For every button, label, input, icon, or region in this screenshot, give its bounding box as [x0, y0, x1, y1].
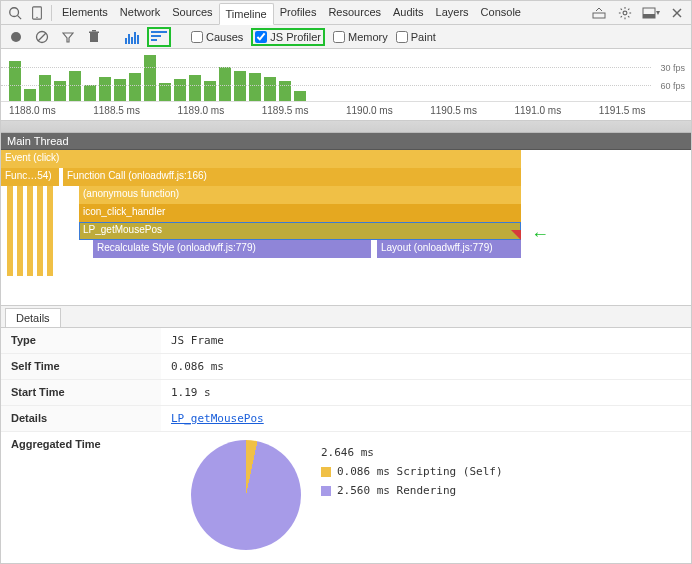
detail-label: Aggregated Time [1, 432, 161, 558]
flame-func54[interactable]: Func…54) [1, 168, 59, 186]
svg-rect-25 [151, 31, 167, 33]
overview-scrubber[interactable] [1, 121, 691, 133]
tab-network[interactable]: Network [114, 2, 166, 24]
causes-label: Causes [206, 31, 243, 43]
pie-legend: 2.646 ms 0.086 ms Scripting (Self) 2.560… [321, 440, 503, 503]
svg-rect-27 [151, 39, 157, 41]
warning-triangle-icon [511, 230, 521, 240]
filter-icon[interactable] [59, 28, 77, 46]
detail-row-type: Type JS Frame [1, 328, 691, 354]
flame-chart[interactable]: Event (click) Func…54) Function Call (on… [1, 150, 691, 306]
aggregated-time-chart: 2.646 ms 0.086 ms Scripting (Self) 2.560… [161, 432, 513, 558]
svg-line-10 [621, 8, 622, 9]
legend-rendering-value: 2.560 ms Rendering [337, 484, 456, 497]
detail-value: 0.086 ms [161, 354, 234, 379]
device-icon[interactable] [27, 3, 47, 23]
memory-checkbox[interactable]: Memory [333, 31, 388, 43]
tick: 1189.0 ms [178, 105, 262, 116]
tick: 1191.5 ms [599, 105, 683, 116]
causes-checkbox[interactable]: Causes [191, 31, 243, 43]
legend-scripting-value: 0.086 ms Scripting (Self) [337, 465, 503, 478]
gear-icon[interactable] [615, 3, 635, 23]
paint-label: Paint [411, 31, 436, 43]
trash-icon[interactable] [85, 28, 103, 46]
detail-label: Start Time [1, 380, 161, 405]
detail-value: 1.19 s [161, 380, 221, 405]
details-tabs: Details [1, 306, 691, 328]
svg-line-13 [628, 8, 629, 9]
detail-row-starttime: Start Time 1.19 s [1, 380, 691, 406]
svg-line-11 [628, 16, 629, 17]
detail-row-aggregated: Aggregated Time 2.646 ms 0.086 ms Script… [1, 432, 691, 558]
svg-point-3 [36, 16, 37, 17]
thread-header: Main Thread [1, 133, 691, 150]
svg-rect-23 [89, 32, 99, 34]
flame-iconhandler[interactable]: icon_click_handler [79, 204, 521, 222]
svg-rect-4 [593, 13, 605, 18]
tick: 1190.0 ms [346, 105, 430, 116]
svg-rect-26 [151, 35, 161, 37]
svg-rect-24 [92, 30, 96, 32]
tab-details[interactable]: Details [5, 308, 61, 327]
record-icon[interactable] [7, 28, 25, 46]
drawer-icon[interactable] [589, 3, 609, 23]
svg-point-5 [623, 11, 627, 15]
flame-layout[interactable]: Layout (onloadwff.js:779) [377, 240, 521, 258]
annotation-arrow-icon: ← [531, 224, 549, 245]
flame-funccall[interactable]: Function Call (onloadwff.js:166) [63, 168, 521, 186]
detail-row-selftime: Self Time 0.086 ms [1, 354, 691, 380]
details-body: Type JS Frame Self Time 0.086 ms Start T… [1, 328, 691, 558]
svg-line-12 [621, 16, 622, 17]
flame-anon[interactable]: (anonymous function) [79, 186, 521, 204]
close-icon[interactable] [667, 3, 687, 23]
tick: 1188.5 ms [93, 105, 177, 116]
svg-line-1 [18, 15, 22, 19]
legend-rendering: 2.560 ms Rendering [321, 484, 503, 497]
memory-label: Memory [348, 31, 388, 43]
svg-line-20 [38, 33, 46, 41]
devtools-toolbar: Elements Network Sources Timeline Profil… [1, 1, 691, 25]
detail-value: JS Frame [161, 328, 234, 353]
tab-sources[interactable]: Sources [166, 2, 218, 24]
flamechart-mode-icon[interactable] [147, 27, 171, 47]
flame-recalcstyle[interactable]: Recalculate Style (onloadwff.js:779) [93, 240, 371, 258]
svg-rect-15 [643, 14, 655, 18]
svg-point-0 [10, 7, 19, 16]
svg-point-18 [11, 32, 21, 42]
tab-layers[interactable]: Layers [430, 2, 475, 24]
dock-icon[interactable]: ▾ [641, 3, 661, 23]
tab-audits[interactable]: Audits [387, 2, 430, 24]
flame-event[interactable]: Event (click) [1, 150, 521, 168]
framesview-icon[interactable] [125, 30, 139, 44]
detail-label: Self Time [1, 354, 161, 379]
flame-lpgetmousepos[interactable]: LP_getMousePos [79, 222, 521, 240]
fps-60-label: 60 fps [660, 81, 685, 91]
detail-label: Details [1, 406, 161, 431]
tab-console[interactable]: Console [475, 2, 527, 24]
tab-profiles[interactable]: Profiles [274, 2, 323, 24]
paint-checkbox[interactable]: Paint [396, 31, 436, 43]
search-icon[interactable] [5, 3, 25, 23]
fps-30-label: 30 fps [660, 63, 685, 73]
timeline-toolbar: Causes JS Profiler Memory Paint [1, 25, 691, 49]
detail-label: Type [1, 328, 161, 353]
svg-marker-21 [63, 33, 73, 42]
clear-icon[interactable] [33, 28, 51, 46]
panel-tabs: Elements Network Sources Timeline Profil… [56, 2, 587, 24]
toolbar-right: ▾ [589, 3, 687, 23]
tab-elements[interactable]: Elements [56, 2, 114, 24]
swatch-icon [321, 486, 331, 496]
detail-link[interactable]: LP_getMousePos [171, 412, 264, 425]
separator [51, 5, 52, 21]
tick: 1190.5 ms [430, 105, 514, 116]
overview-bars [1, 49, 691, 101]
detail-row-details: Details LP_getMousePos [1, 406, 691, 432]
jsprofiler-label: JS Profiler [270, 31, 321, 43]
jsprofiler-checkbox[interactable]: JS Profiler [251, 28, 325, 46]
tick: 1188.0 ms [9, 105, 93, 116]
tab-timeline[interactable]: Timeline [219, 3, 274, 25]
legend-scripting: 0.086 ms Scripting (Self) [321, 465, 503, 478]
swatch-icon [321, 467, 331, 477]
tab-resources[interactable]: Resources [322, 2, 387, 24]
timeline-overview[interactable]: 30 fps 60 fps 1188.0 ms 1188.5 ms 1189.0… [1, 49, 691, 121]
